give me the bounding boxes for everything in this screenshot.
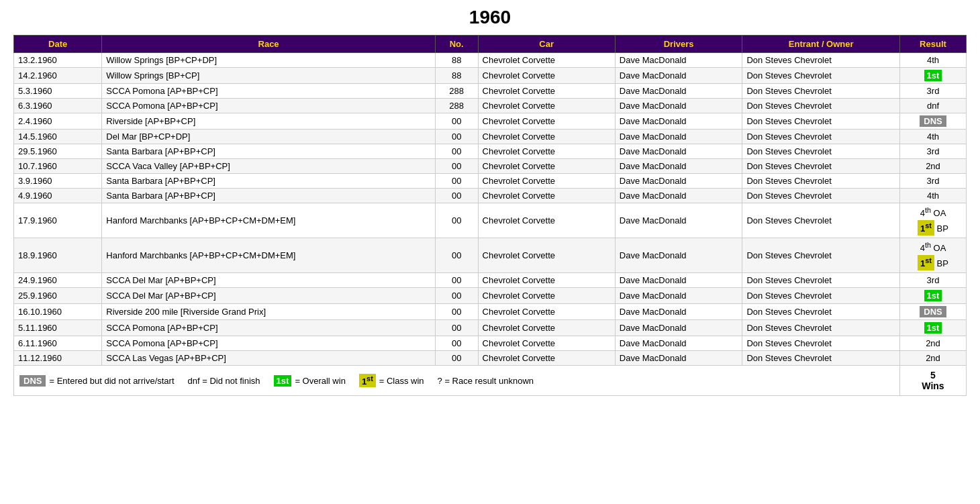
cell-owner: Don Steves Chevrolet (742, 84, 900, 99)
result-line2: 1st BP (918, 220, 948, 236)
cell-owner: Don Steves Chevrolet (742, 99, 900, 113)
cell-date: 24.9.1960 (14, 273, 102, 288)
col-header-drivers: Drivers (615, 36, 742, 53)
cell-result: dnf (899, 99, 966, 113)
cell-date: 13.2.1960 (14, 53, 102, 68)
cell-result: DNS (899, 304, 966, 320)
total-wins: 5Wins (899, 366, 966, 396)
cell-no: 00 (435, 203, 478, 238)
cell-result: 2nd (899, 336, 966, 351)
cell-car: Chevrolet Corvette (478, 99, 615, 113)
cell-date: 6.11.1960 (14, 336, 102, 351)
result-badge-green: 1st (924, 70, 942, 81)
cell-race: Willow Springs [BP+CP+DP] (102, 53, 435, 68)
cell-car: Chevrolet Corvette (478, 84, 615, 99)
cell-drivers: Dave MacDonald (615, 84, 742, 99)
table-row: 3.9.1960Santa Barbara [AP+BP+CP]00Chevro… (14, 174, 967, 189)
table-row: 2.4.1960Riverside [AP+BP+CP]00Chevrolet … (14, 113, 967, 130)
cell-no: 00 (435, 113, 478, 130)
dnf-legend-text: dnf = Did not finish (188, 376, 260, 386)
cell-race: SCCA Del Mar [AP+BP+CP] (102, 288, 435, 304)
cell-date: 14.5.1960 (14, 130, 102, 144)
cell-result: 3rd (899, 84, 966, 99)
cell-owner: Don Steves Chevrolet (742, 351, 900, 366)
cell-race: Del Mar [BP+CP+DP] (102, 130, 435, 144)
result-badge-green: 1st (924, 290, 942, 301)
cell-owner: Don Steves Chevrolet (742, 189, 900, 203)
cell-result: DNS (899, 113, 966, 130)
cell-result: 3rd (899, 144, 966, 159)
table-row: 5.11.1960SCCA Pomona [AP+BP+CP]00Chevrol… (14, 320, 967, 336)
cell-car: Chevrolet Corvette (478, 144, 615, 159)
cell-date: 5.11.1960 (14, 320, 102, 336)
green-badge: 1st (274, 375, 292, 387)
col-header-race: Race (102, 36, 435, 53)
table-row: 10.7.1960SCCA Vaca Valley [AP+BP+CP]00Ch… (14, 159, 967, 174)
cell-result: 3rd (899, 273, 966, 288)
cell-car: Chevrolet Corvette (478, 336, 615, 351)
cell-car: Chevrolet Corvette (478, 304, 615, 320)
cell-drivers: Dave MacDonald (615, 273, 742, 288)
result-multi: 4th OA1st BP (904, 205, 962, 236)
cell-owner: Don Steves Chevrolet (742, 174, 900, 189)
cell-result: 4th (899, 53, 966, 68)
yellow-legend-text: = Class win (379, 376, 424, 386)
cell-no: 00 (435, 351, 478, 366)
cell-race: SCCA Pomona [AP+BP+CP] (102, 320, 435, 336)
cell-no: 00 (435, 288, 478, 304)
result-line1: 4th OA (920, 240, 946, 255)
cell-result: 1st (899, 68, 966, 84)
cell-no: 288 (435, 99, 478, 113)
legend: DNS = Entered but did not arrive/start d… (17, 370, 897, 391)
cell-no: 288 (435, 84, 478, 99)
cell-drivers: Dave MacDonald (615, 99, 742, 113)
results-table: DateRaceNo.CarDriversEntrant / OwnerResu… (13, 35, 967, 396)
cell-no: 00 (435, 304, 478, 320)
dnf-legend: dnf = Did not finish (188, 376, 260, 386)
cell-car: Chevrolet Corvette (478, 53, 615, 68)
cell-race: Willow Springs [BP+CP] (102, 68, 435, 84)
result-badge-yellow: 1st (918, 220, 934, 236)
cell-no: 00 (435, 189, 478, 203)
cell-owner: Don Steves Chevrolet (742, 68, 900, 84)
cell-no: 00 (435, 144, 478, 159)
cell-car: Chevrolet Corvette (478, 320, 615, 336)
cell-date: 18.9.1960 (14, 238, 102, 273)
cell-owner: Don Steves Chevrolet (742, 273, 900, 288)
table-row: 14.5.1960Del Mar [BP+CP+DP]00Chevrolet C… (14, 130, 967, 144)
cell-no: 00 (435, 273, 478, 288)
cell-no: 88 (435, 68, 478, 84)
dns-legend: DNS = Entered but did not arrive/start (19, 375, 175, 387)
cell-drivers: Dave MacDonald (615, 238, 742, 273)
col-header-entrant---owner: Entrant / Owner (742, 36, 900, 53)
cell-owner: Don Steves Chevrolet (742, 304, 900, 320)
cell-owner: Don Steves Chevrolet (742, 238, 900, 273)
cell-car: Chevrolet Corvette (478, 68, 615, 84)
cell-owner: Don Steves Chevrolet (742, 320, 900, 336)
green-legend-text: = Overall win (295, 376, 346, 386)
table-row: 25.9.1960SCCA Del Mar [AP+BP+CP]00Chevro… (14, 288, 967, 304)
cell-race: SCCA Pomona [AP+BP+CP] (102, 336, 435, 351)
cell-owner: Don Steves Chevrolet (742, 288, 900, 304)
table-row: 13.2.1960Willow Springs [BP+CP+DP]88Chev… (14, 53, 967, 68)
cell-race: SCCA Pomona [AP+BP+CP] (102, 84, 435, 99)
table-row: 6.11.1960SCCA Pomona [AP+BP+CP]00Chevrol… (14, 336, 967, 351)
result-line2: 1st BP (918, 255, 948, 271)
table-row: 24.9.1960SCCA Del Mar [AP+BP+CP]00Chevro… (14, 273, 967, 288)
cell-drivers: Dave MacDonald (615, 203, 742, 238)
cell-race: SCCA Del Mar [AP+BP+CP] (102, 273, 435, 288)
cell-car: Chevrolet Corvette (478, 174, 615, 189)
cell-no: 00 (435, 159, 478, 174)
cell-drivers: Dave MacDonald (615, 174, 742, 189)
cell-drivers: Dave MacDonald (615, 304, 742, 320)
cell-race: Santa Barbara [AP+BP+CP] (102, 174, 435, 189)
cell-no: 88 (435, 53, 478, 68)
table-row: 17.9.1960Hanford Marchbanks [AP+BP+CP+CM… (14, 203, 967, 238)
table-row: 14.2.1960Willow Springs [BP+CP]88Chevrol… (14, 68, 967, 84)
cell-no: 00 (435, 174, 478, 189)
cell-result: 2nd (899, 351, 966, 366)
unknown-legend-text: ? = Race result unknown (438, 376, 534, 386)
page-title: 1960 (13, 7, 967, 28)
table-row: 4.9.1960Santa Barbara [AP+BP+CP]00Chevro… (14, 189, 967, 203)
cell-owner: Don Steves Chevrolet (742, 113, 900, 130)
